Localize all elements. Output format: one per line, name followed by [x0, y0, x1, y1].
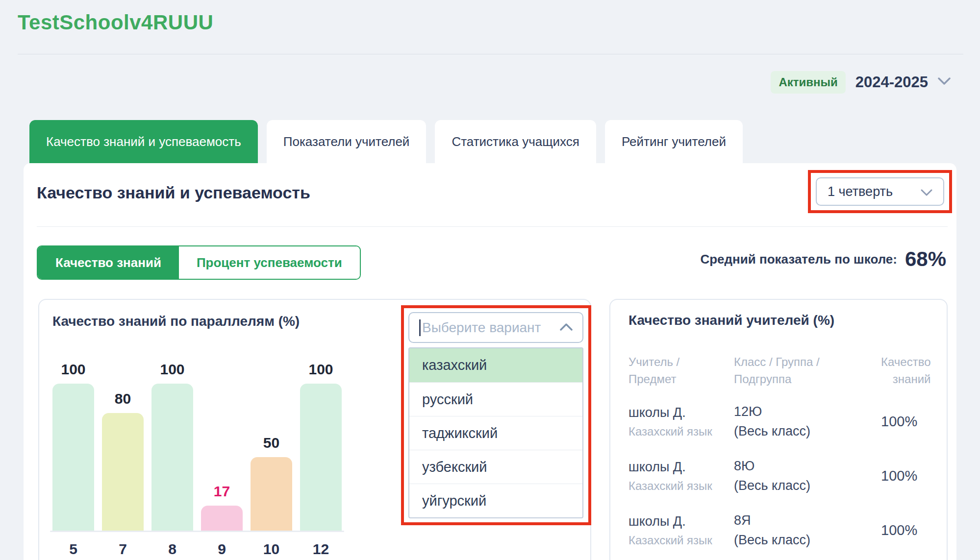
bar-category-label: 12: [300, 541, 342, 558]
table-row: школы Д. Казахский язык 12Ю (Весь класс)…: [628, 402, 929, 441]
teacher-name: школы Д.: [628, 511, 734, 532]
chart-bar: [52, 384, 94, 531]
option-uyghur[interactable]: уйгурский: [409, 484, 582, 517]
bar-value-label: 100: [52, 361, 94, 378]
chart-bar: [151, 384, 193, 531]
annotation-language-dropdown: Выберите вариант казахский русский таджи…: [401, 305, 591, 525]
option-uzbek[interactable]: узбекский: [409, 450, 582, 484]
teacher-subject: Казахский язык: [628, 423, 734, 440]
class-name: 8Я: [734, 511, 881, 531]
teachers-table: Учитель / Предмет Класс / Группа / Подгр…: [628, 354, 929, 560]
option-kazakh[interactable]: казахский: [409, 348, 582, 382]
tab-student-statistics[interactable]: Статистика учащихся: [435, 120, 596, 163]
teacher-name: школы Д.: [628, 457, 734, 478]
header-divider: [18, 54, 963, 54]
column-class-group: Класс / Группа / Подгруппа: [734, 354, 881, 388]
quality-value: 100%: [881, 468, 938, 484]
teacher-subject: Казахский язык: [628, 532, 734, 549]
year-label: 2024-2025: [855, 73, 928, 91]
language-options-list: казахский русский таджикский узбекский у…: [408, 347, 583, 518]
bar-value-label: 100: [151, 361, 193, 378]
teachers-quality-card: Качество знаний учителей (%) Учитель / П…: [609, 299, 948, 560]
chart-baseline: [50, 531, 344, 532]
chart-bar: [201, 506, 243, 531]
school-average-value: 68%: [905, 247, 946, 271]
teachers-card-title: Качество знаний учителей (%): [628, 313, 929, 328]
quality-value: 100%: [881, 522, 938, 538]
tab-quality-performance[interactable]: Качество знаний и успеваемость: [29, 120, 258, 163]
status-badge: Активный: [771, 71, 845, 94]
class-scope: (Весь класс): [734, 476, 881, 495]
teacher-name: школы Д.: [628, 403, 734, 423]
chart-bar: [300, 384, 342, 531]
quarter-select-value: 1 четверть: [828, 184, 893, 199]
language-select-input[interactable]: Выберите вариант: [408, 312, 583, 343]
page-title: Качество знаний и успеваемость: [37, 183, 310, 202]
chart-bar: [102, 413, 144, 531]
language-select-placeholder: Выберите вариант: [422, 320, 560, 336]
chevron-up-icon[interactable]: [560, 323, 573, 333]
bar-value-label: 50: [251, 435, 292, 451]
class-name: 8Ю: [734, 456, 881, 477]
view-toggle: Качество знаний Процент успеваемости: [37, 245, 361, 280]
quality-value: 100%: [881, 414, 938, 430]
column-quality: Качество знаний: [881, 354, 951, 388]
class-scope: (Весь класс): [734, 422, 881, 441]
school-average: Средний показатель по школе: 68%: [700, 247, 946, 271]
chevron-down-icon: [921, 184, 932, 199]
option-tajik[interactable]: таджикский: [409, 416, 582, 450]
tab-bar: Качество знаний и успеваемость Показател…: [29, 120, 743, 163]
option-russian[interactable]: русский: [409, 382, 582, 416]
column-teacher-subject: Учитель / Предмет: [628, 354, 734, 388]
toggle-knowledge-quality[interactable]: Качество знаний: [38, 246, 179, 279]
quarter-select[interactable]: 1 четверть: [816, 177, 944, 206]
chevron-down-icon[interactable]: [938, 77, 951, 87]
chart-bar: [251, 457, 292, 531]
toggle-performance-percent[interactable]: Процент успеваемости: [179, 246, 360, 279]
school-average-label: Средний показатель по школе:: [700, 252, 897, 267]
class-scope: (Весь класс): [734, 531, 881, 550]
class-name: 12Ю: [734, 402, 881, 422]
teachers-table-header: Учитель / Предмет Класс / Группа / Подгр…: [628, 354, 929, 388]
tab-teacher-rating[interactable]: Рейтинг учителей: [605, 120, 743, 163]
bar-category-label: 8: [151, 541, 193, 558]
bar-value-label: 80: [102, 390, 144, 407]
tab-teacher-indicators[interactable]: Показатели учителей: [267, 120, 427, 163]
bar-value-label: 17: [201, 483, 243, 500]
school-year-selector[interactable]: Активный 2024-2025: [771, 71, 951, 94]
bar-category-label: 7: [102, 541, 144, 558]
bar-category-label: 10: [251, 541, 292, 558]
app-title: TestSchoolv4RUUU: [18, 11, 213, 34]
table-row: школы Д. Казахский язык 8Ю (Весь класс) …: [628, 456, 929, 496]
bar-value-label: 100: [300, 361, 342, 378]
bar-category-label: 9: [201, 541, 243, 558]
title-divider: [37, 226, 948, 227]
text-caret: [419, 319, 421, 336]
teacher-subject: Казахский язык: [628, 478, 734, 494]
annotation-quarter-select: 1 четверть: [808, 170, 952, 213]
bar-category-label: 5: [52, 541, 94, 558]
table-row: школы Д. Казахский язык 8Я (Весь класс) …: [628, 511, 929, 550]
